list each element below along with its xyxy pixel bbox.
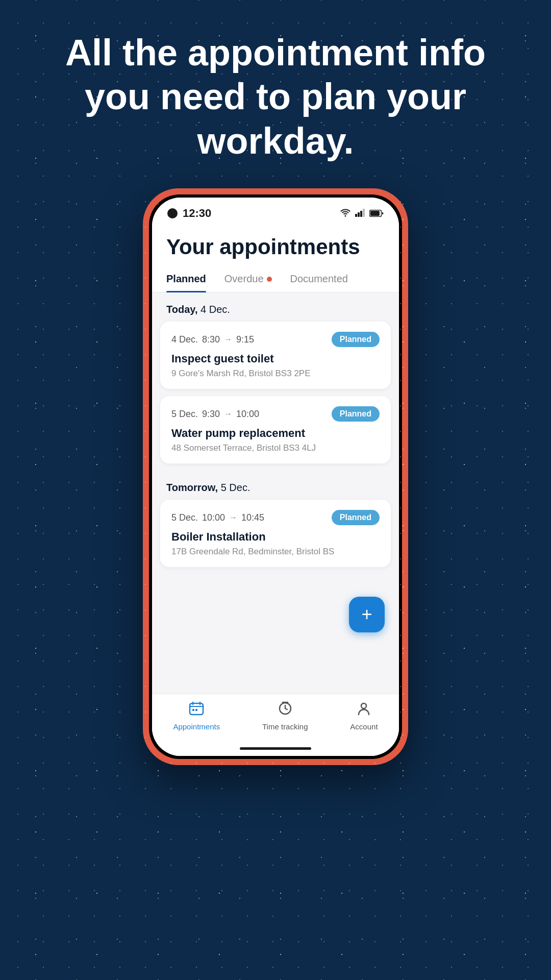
hero-section: All the appointment info you need to pla… xyxy=(0,0,551,183)
appointments-icon xyxy=(189,701,204,719)
nav-appointments-label: Appointments xyxy=(173,722,220,731)
arrow-right-icon: → xyxy=(224,335,232,344)
svg-rect-5 xyxy=(370,211,380,216)
section-today-prefix: Today, xyxy=(166,304,197,315)
section-tomorrow-date: 5 Dec. xyxy=(221,482,251,493)
page-title: Your appointments xyxy=(166,235,385,259)
apt-2-time: 5 Dec. 9:30 → 10:00 xyxy=(171,409,259,420)
apt-1-title: Inspect guest toilet xyxy=(171,352,380,365)
apt-card-1[interactable]: 4 Dec. 8:30 → 9:15 Planned Inspect guest… xyxy=(160,322,391,389)
phone-wrapper: 12:30 xyxy=(0,183,551,765)
home-bar xyxy=(240,747,311,750)
apt-1-address: 9 Gore's Marsh Rd, Bristol BS3 2PE xyxy=(171,369,380,379)
section-tomorrow: Tomorrow, 5 Dec. xyxy=(160,471,391,500)
svg-rect-3 xyxy=(363,209,365,217)
apt-3-status: Planned xyxy=(332,510,380,525)
nav-account[interactable]: Account xyxy=(350,701,378,731)
camera-dot xyxy=(167,208,178,218)
app-content: Your appointments Planned Overdue Docume… xyxy=(152,225,399,756)
arrow-right-icon-3: → xyxy=(229,513,237,522)
nav-account-label: Account xyxy=(350,722,378,731)
arrow-right-icon-2: → xyxy=(224,409,232,419)
wifi-icon xyxy=(340,208,351,219)
phone-inner: 12:30 xyxy=(149,194,402,759)
apt-2-title: Water pump replacement xyxy=(171,427,380,440)
fab-button[interactable]: + xyxy=(349,597,385,632)
overdue-badge xyxy=(267,277,272,282)
apt-1-status: Planned xyxy=(332,332,380,347)
apt-card-2[interactable]: 5 Dec. 9:30 → 10:00 Planned Water pump r… xyxy=(160,396,391,463)
account-icon xyxy=(357,701,371,719)
phone-screen: 12:30 xyxy=(152,198,399,756)
apt-3-address: 17B Greendale Rd, Bedminster, Bristol BS xyxy=(171,547,380,557)
battery-icon xyxy=(369,208,384,219)
section-today-date: 4 Dec. xyxy=(201,304,230,315)
section-today: Today, 4 Dec. xyxy=(160,292,391,322)
scroll-area[interactable]: Today, 4 Dec. 4 Dec. 8:30 → xyxy=(152,292,399,694)
tab-overdue[interactable]: Overdue xyxy=(224,266,272,292)
tab-planned[interactable]: Planned xyxy=(166,266,206,292)
home-indicator xyxy=(152,743,399,756)
time-tracking-icon xyxy=(278,701,292,719)
signal-icon xyxy=(355,208,365,219)
apt-card-3[interactable]: 5 Dec. 10:00 → 10:45 Planned Boiler Inst… xyxy=(160,500,391,567)
status-bar: 12:30 xyxy=(152,198,399,225)
nav-appointments[interactable]: Appointments xyxy=(173,701,220,731)
nav-time-tracking[interactable]: Time tracking xyxy=(262,701,308,731)
apt-2-status: Planned xyxy=(332,406,380,422)
svg-rect-2 xyxy=(360,211,362,217)
apt-1-time: 4 Dec. 8:30 → 9:15 xyxy=(171,334,254,345)
nav-time-tracking-label: Time tracking xyxy=(262,722,308,731)
hero-title: All the appointment info you need to pla… xyxy=(41,31,510,163)
apt-3-time: 5 Dec. 10:00 → 10:45 xyxy=(171,512,264,523)
svg-rect-8 xyxy=(195,709,197,711)
phone-outer: 12:30 xyxy=(143,188,408,765)
svg-rect-0 xyxy=(355,214,357,217)
apt-2-address: 48 Somerset Terrace, Bristol BS3 4LJ xyxy=(171,443,380,453)
svg-rect-7 xyxy=(192,709,194,711)
svg-rect-1 xyxy=(358,212,360,217)
tabs-bar: Planned Overdue Documented xyxy=(152,266,399,292)
tab-documented[interactable]: Documented xyxy=(290,266,348,292)
section-tomorrow-prefix: Tomorrow, xyxy=(166,482,218,493)
svg-point-10 xyxy=(361,703,366,708)
status-time: 12:30 xyxy=(183,207,211,220)
apt-3-title: Boiler Installation xyxy=(171,530,380,544)
bottom-nav: Appointments Time tracking xyxy=(152,694,399,743)
